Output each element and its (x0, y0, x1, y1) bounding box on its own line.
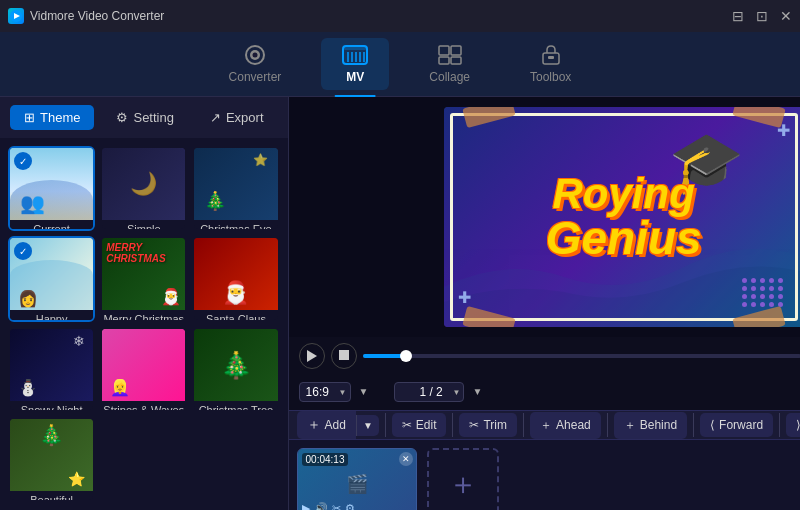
preview-area: Roying Genius 🎓 ✚ ✚ (289, 97, 800, 337)
theme-thumb-christmas-tree: 🎄 (194, 329, 277, 401)
clip-settings-icon[interactable]: ⚙ (345, 502, 355, 510)
ahead-label: Ahead (556, 418, 591, 432)
ratio-select-wrap[interactable]: 16:9 4:3 1:1 9:16 (299, 382, 351, 402)
clip-cut-icon[interactable]: ✂ (332, 502, 341, 510)
setting-icon: ⚙ (116, 110, 128, 125)
mv-icon (341, 44, 369, 66)
backward-icon: ⟩ (796, 418, 800, 432)
theme-thumb-santa-claus: 🎅 (194, 238, 277, 310)
add-clip-button[interactable]: ＋ (427, 448, 499, 510)
selected-checkmark: ✓ (14, 152, 32, 170)
theme-tab-label: Theme (40, 110, 80, 125)
clip-play-icon[interactable]: ▶ (302, 502, 310, 510)
titlebar-left: Vidmore Video Converter (8, 8, 164, 24)
svg-rect-6 (343, 46, 367, 50)
theme-label-stripes-waves: Stripes & Waves (102, 401, 185, 412)
timeline-clip[interactable]: 🎬 00:04:13 ✕ ▶ 🔊 ✂ ⚙ (297, 448, 417, 510)
play-button[interactable] (299, 343, 325, 369)
trim-label: Trim (483, 418, 507, 432)
svg-marker-18 (307, 350, 317, 362)
svg-rect-19 (339, 350, 349, 360)
theme-beautiful-christmas[interactable]: 🎄 ⭐ Beautiful Christmas (8, 417, 95, 502)
theme-label-current: Current (10, 220, 93, 231)
theme-snowy-night[interactable]: ⛄ ❄ Snowy Night (8, 327, 95, 412)
add-button[interactable]: ＋ Add (297, 411, 356, 439)
svg-point-4 (252, 53, 257, 58)
progress-bar[interactable] (363, 354, 800, 358)
collage-icon (436, 44, 464, 66)
theme-merry-christmas[interactable]: MERRYCHRISTMAS 🎅 Merry Christmas (100, 236, 187, 321)
theme-happy[interactable]: 👩 ✓ Happy (8, 236, 95, 321)
maximize-icon[interactable]: ⊡ (756, 8, 768, 24)
toolbox-icon (537, 44, 565, 66)
mv-label: MV (346, 70, 364, 84)
dot-pattern (742, 278, 784, 307)
theme-christmas-eve[interactable]: 🎄 ⭐ Christmas Eve (192, 146, 279, 231)
progress-dot (400, 350, 412, 362)
theme-label-snowy-night: Snowy Night (10, 401, 93, 412)
theme-stripes-waves[interactable]: 👱‍♀️ Stripes & Waves (100, 327, 187, 412)
separator-2 (452, 413, 453, 437)
theme-simple[interactable]: 🌙 Simple (100, 146, 187, 231)
panel-tab-setting[interactable]: ⚙ Setting (102, 105, 187, 130)
close-icon[interactable]: ✕ (780, 8, 792, 24)
theme-christmas-tree[interactable]: 🎄 Christmas Tree (192, 327, 279, 412)
page-select[interactable]: 1 / 2 2 / 2 (394, 382, 464, 402)
theme-santa-claus[interactable]: 🎅 Santa Claus (192, 236, 279, 321)
stop-button[interactable] (331, 343, 357, 369)
controls-row2: 16:9 4:3 1:1 9:16 ▼ 1 / 2 2 / 2 ▼ Export (289, 375, 800, 410)
theme-thumb-christmas-eve: 🎄 ⭐ (194, 148, 277, 220)
theme-grid: 👥 ✓ Current 🌙 Simple 🎄 ⭐ (0, 138, 288, 510)
separator-5 (693, 413, 694, 437)
theme-icon: ⊞ (24, 110, 35, 125)
titlebar-title: Vidmore Video Converter (30, 9, 164, 23)
theme-label-santa-claus: Santa Claus (194, 310, 277, 321)
export-icon: ↗ (210, 110, 221, 125)
svg-rect-17 (548, 56, 554, 59)
separator-3 (523, 413, 524, 437)
clip-audio-icon[interactable]: 🔊 (314, 502, 328, 510)
forward-button[interactable]: ⟨ Forward (700, 413, 773, 437)
separator-1 (385, 413, 386, 437)
backward-button[interactable]: ⟩ Backward (786, 413, 800, 437)
page-select-wrap[interactable]: 1 / 2 2 / 2 (394, 382, 464, 402)
tab-toolbox[interactable]: Toolbox (510, 38, 591, 90)
panel-tab-export[interactable]: ↗ Export (196, 105, 278, 130)
separator-4 (607, 413, 608, 437)
theme-label-merry-christmas: Merry Christmas (102, 310, 185, 321)
tab-mv[interactable]: MV (321, 38, 389, 90)
theme-thumb-beautiful-christmas: 🎄 ⭐ (10, 419, 93, 491)
converter-icon (241, 44, 269, 66)
clip-controls: ▶ 🔊 ✂ ⚙ (302, 502, 355, 510)
tab-collage[interactable]: Collage (409, 38, 490, 90)
ahead-button[interactable]: ＋ Ahead (530, 412, 601, 439)
svg-rect-12 (439, 46, 449, 55)
edit-icon: ✂ (402, 418, 412, 432)
add-label: Add (325, 418, 346, 432)
app-icon (8, 8, 24, 24)
theme-thumb-stripes-waves: 👱‍♀️ (102, 329, 185, 401)
add-dropdown-arrow[interactable]: ▼ (356, 415, 379, 436)
theme-label-simple: Simple (102, 220, 185, 231)
theme-label-happy: Happy (10, 310, 93, 321)
clip-close-button[interactable]: ✕ (399, 452, 413, 466)
right-panel: Roying Genius 🎓 ✚ ✚ (289, 97, 800, 510)
theme-thumb-simple: 🌙 (102, 148, 185, 220)
panel-tabs: ⊞ Theme ⚙ Setting ↗ Export (0, 97, 288, 138)
tab-converter[interactable]: Converter (209, 38, 302, 90)
collage-label: Collage (429, 70, 470, 84)
panel-tab-theme[interactable]: ⊞ Theme (10, 105, 94, 130)
behind-button[interactable]: ＋ Behind (614, 412, 687, 439)
theme-current[interactable]: 👥 ✓ Current (8, 146, 95, 231)
trim-button[interactable]: ✂ Trim (459, 413, 517, 437)
bottom-toolbar: ＋ Add ▼ ✂ Edit ✂ Trim ＋ Ahead (289, 410, 800, 439)
forward-label: Forward (719, 418, 763, 432)
theme-thumb-merry-christmas: MERRYCHRISTMAS 🎅 (102, 238, 185, 310)
ratio-select[interactable]: 16:9 4:3 1:1 9:16 (299, 382, 351, 402)
titlebar-controls: ⊟ ⊡ ✕ (732, 8, 792, 24)
behind-label: Behind (640, 418, 677, 432)
plus-decoration-bl: ✚ (458, 288, 471, 307)
edit-button[interactable]: ✂ Edit (392, 413, 447, 437)
timeline: 🎬 00:04:13 ✕ ▶ 🔊 ✂ ⚙ ＋ 1 / 1 (289, 439, 800, 510)
minimize-icon[interactable]: ⊟ (732, 8, 744, 24)
